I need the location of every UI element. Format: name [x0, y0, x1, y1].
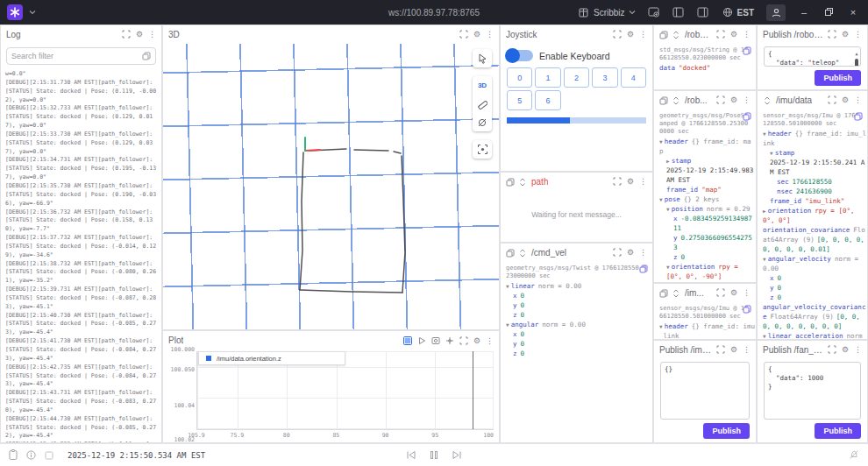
fullscreen-icon[interactable] — [716, 30, 725, 40]
close-button[interactable]: × — [847, 7, 859, 18]
panel-menu-icon[interactable]: ⋮ — [148, 31, 156, 39]
copy-icon[interactable] — [142, 48, 151, 64]
repeat-icon[interactable] — [45, 448, 53, 463]
fullscreen-icon[interactable] — [828, 345, 836, 356]
copy-message-icon[interactable] — [659, 27, 668, 43]
collapse-all-icon[interactable] — [763, 93, 772, 109]
current-time-line[interactable] — [473, 351, 473, 429]
fullscreen-icon[interactable] — [716, 288, 725, 299]
center-camera-button[interactable] — [473, 140, 492, 159]
copy-icon[interactable] — [743, 305, 751, 316]
publish-message-editor[interactable]: { "data": "teleop" }▲▼ — [764, 46, 861, 67]
joystick-button[interactable]: 4 — [621, 67, 646, 88]
copy-icon[interactable] — [743, 112, 751, 124]
expand-arrow-icon[interactable]: ▼ — [763, 131, 766, 137]
3d-viewport[interactable]: 3D — [163, 44, 499, 329]
fullscreen-icon[interactable] — [716, 95, 725, 106]
fullscreen-icon[interactable] — [828, 30, 836, 40]
notifications-muted-icon[interactable] — [849, 448, 859, 462]
panel-menu-icon[interactable]: ⋮ — [854, 96, 862, 104]
publish-button[interactable]: Publish — [703, 423, 750, 439]
play-icon[interactable] — [417, 333, 426, 349]
panel-menu-icon[interactable]: ⋮ — [743, 346, 751, 354]
info-icon[interactable] — [26, 448, 36, 463]
collapse-all-icon[interactable] — [672, 286, 680, 301]
expand-arrow-icon[interactable]: ▼ — [659, 196, 663, 202]
message-tree[interactable]: data"docked" — [654, 63, 756, 73]
panel-menu-icon[interactable]: ⋮ — [743, 31, 751, 39]
joystick-button[interactable]: 3 — [592, 67, 617, 88]
settings-gear-icon[interactable]: ⚙ — [730, 346, 737, 354]
fullscreen-icon[interactable] — [613, 30, 622, 40]
copy-message-icon[interactable] — [506, 245, 515, 261]
expand-arrow-icon[interactable]: ▼ — [666, 264, 670, 270]
layout-menu-button[interactable]: Scribbiz — [578, 6, 636, 18]
collapse-all-icon[interactable] — [672, 27, 680, 43]
fullscreen-icon[interactable] — [716, 345, 725, 356]
add-panel-icon[interactable] — [648, 6, 660, 18]
panel-menu-icon[interactable]: ⋮ — [486, 336, 494, 345]
expand-arrow-icon[interactable]: ▶ — [666, 158, 670, 164]
joystick-button[interactable]: 5 — [507, 90, 532, 110]
joystick-button[interactable]: 0 — [507, 67, 532, 88]
message-tree[interactable]: ▼header{} frame_id: imu_link ▼stamp 2025… — [758, 129, 867, 340]
fullscreen-icon[interactable] — [122, 30, 131, 40]
copy-message-icon[interactable] — [659, 93, 668, 109]
publish-button[interactable]: Publish — [815, 423, 861, 439]
log-search-input[interactable] — [11, 52, 139, 60]
publish-point-tool-button[interactable] — [473, 113, 492, 131]
joystick-button[interactable]: 1 — [535, 67, 560, 88]
expand-arrow-icon[interactable]: ▼ — [659, 323, 663, 329]
joystick-button[interactable]: 2 — [564, 67, 589, 88]
panel-menu-icon[interactable]: ⋮ — [743, 289, 751, 297]
copy-icon[interactable] — [854, 112, 863, 124]
expand-arrow-icon[interactable]: ▼ — [506, 321, 509, 328]
expand-arrow-icon[interactable]: ▼ — [770, 150, 773, 156]
settings-gear-icon[interactable]: ⚙ — [730, 31, 737, 39]
fullscreen-icon[interactable] — [459, 30, 468, 40]
panel-menu-icon[interactable]: ⋮ — [639, 31, 647, 39]
settings-gear-icon[interactable]: ⚙ — [473, 31, 480, 39]
collapse-all-icon[interactable] — [518, 174, 527, 190]
enable-keyboard-toggle[interactable] — [507, 50, 533, 61]
message-tree[interactable]: ▼linearnorm = 0.00 x0 y0 z0 ▼angularnorm… — [501, 281, 652, 358]
settings-gear-icon[interactable]: ⚙ — [842, 346, 849, 354]
seek-forward-icon[interactable] — [452, 448, 462, 463]
publish-message-editor[interactable]: { "data": 1000 } — [764, 362, 861, 420]
settings-gear-icon[interactable]: ⚙ — [627, 178, 634, 186]
expand-arrow-icon[interactable]: ▼ — [763, 256, 766, 262]
message-tree[interactable]: ▼header{} frame_id: imu_link ▼stamp 2025… — [654, 321, 756, 340]
3d-mode-button[interactable]: 3D — [473, 76, 492, 95]
app-logo-icon[interactable] — [7, 4, 23, 20]
panel-menu-icon[interactable]: ⋮ — [854, 346, 862, 354]
log-entries[interactable]: w=0.0°[DEBUG][2:15:31.730 AM EST][path_f… — [1, 68, 161, 443]
expand-arrow-icon[interactable]: ▼ — [506, 283, 509, 289]
panel-menu-icon[interactable]: ⋮ — [486, 31, 494, 39]
measure-tool-button[interactable] — [473, 95, 492, 113]
logo-chevron-down-icon[interactable] — [26, 6, 39, 18]
expand-arrow-icon[interactable]: ▶ — [763, 208, 766, 214]
panel-menu-icon[interactable]: ⋮ — [639, 249, 647, 257]
collapse-all-icon[interactable] — [672, 93, 680, 109]
fullscreen-icon[interactable] — [459, 333, 468, 349]
select-tool-button[interactable] — [473, 49, 492, 67]
download-image-icon[interactable] — [431, 333, 440, 349]
publish-message-editor[interactable]: {} — [660, 362, 750, 420]
settings-gear-icon[interactable]: ⚙ — [730, 289, 737, 297]
panel-menu-icon[interactable]: ⋮ — [854, 31, 862, 39]
settings-gear-icon[interactable]: ⚙ — [627, 249, 634, 257]
expand-arrow-icon[interactable]: ▼ — [763, 333, 766, 339]
fullscreen-icon[interactable] — [828, 95, 836, 106]
message-tree[interactable]: ▼header{} frame_id: map ▶stamp 2025-12-1… — [654, 137, 756, 283]
maximize-button[interactable] — [822, 7, 835, 18]
minimize-button[interactable]: – — [798, 7, 810, 18]
account-button[interactable] — [766, 4, 786, 21]
plot-chart[interactable]: 100.050100.04100.02100.000 75.9808590951… — [163, 350, 499, 442]
speed-slider[interactable] — [507, 117, 646, 124]
settings-gear-icon[interactable]: ⚙ — [842, 96, 849, 104]
seek-backward-icon[interactable] — [406, 448, 416, 463]
copy-icon[interactable] — [743, 46, 751, 58]
plot-legend[interactable]: /imu/data.orientation.z — [198, 351, 345, 365]
timezone-button[interactable]: EST — [722, 6, 754, 18]
right-sidebar-toggle-icon[interactable] — [697, 6, 709, 18]
